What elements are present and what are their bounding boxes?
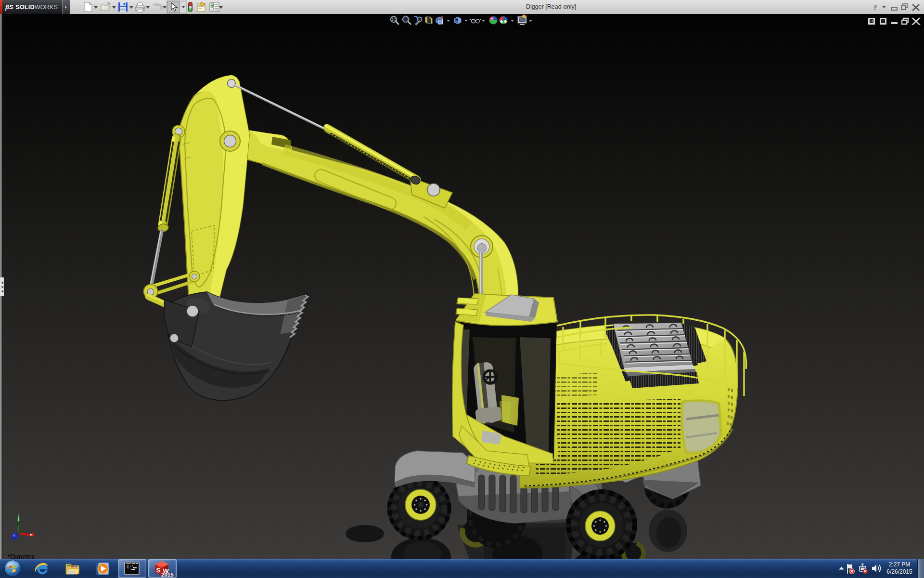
svg-text:2015: 2015 [161, 572, 174, 578]
svg-text:*Dimetric: *Dimetric [8, 553, 35, 559]
svg-text:?: ? [873, 3, 877, 12]
svg-text:S: S [156, 566, 161, 574]
